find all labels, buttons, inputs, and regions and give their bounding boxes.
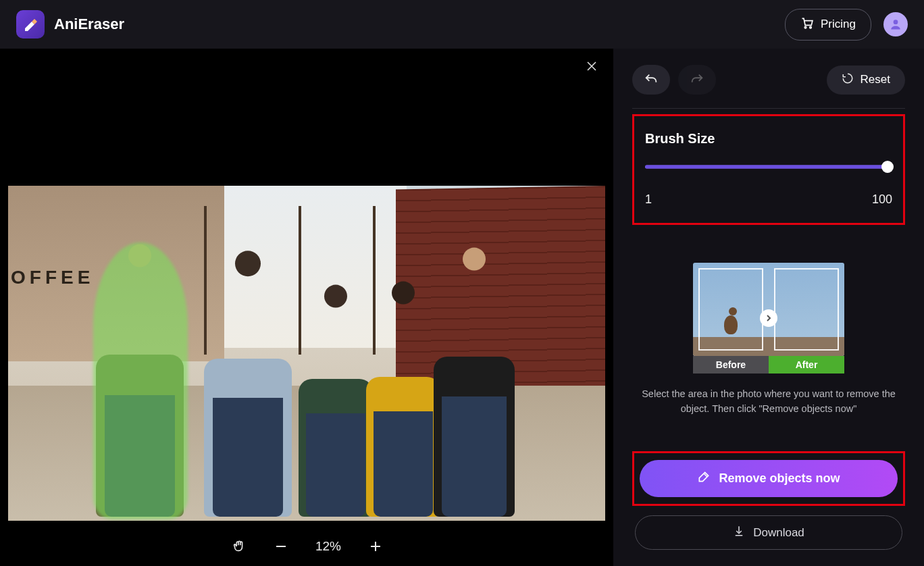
brush-size-slider[interactable] (645, 161, 892, 172)
reset-icon (842, 72, 854, 88)
example-after-label: After (769, 356, 844, 374)
svg-rect-3 (276, 546, 286, 547)
pan-hand-button[interactable] (232, 539, 247, 554)
svg-rect-5 (375, 542, 376, 551)
logo-area: AniEraser (16, 10, 124, 38)
app-header: AniEraser Pricing (0, 0, 924, 49)
arrow-right-icon (760, 309, 777, 327)
main-area: OFFEE 12% (0, 49, 924, 566)
example-block: Before After Select the area in the phot… (632, 263, 905, 417)
brush-size-panel: Brush Size 1 100 (632, 114, 905, 225)
cart-icon (800, 16, 814, 33)
undo-redo-group (632, 65, 716, 95)
photo-preview: OFFEE (8, 186, 605, 521)
slider-thumb[interactable] (881, 161, 894, 173)
zoom-percent: 12% (315, 539, 341, 554)
zoom-out-button[interactable] (275, 540, 287, 552)
brush-min-label: 1 (645, 192, 652, 207)
reset-label: Reset (861, 73, 890, 86)
sidebar-top-controls: Reset (632, 65, 905, 95)
help-text: Select the area in the photo where you w… (634, 387, 904, 417)
reset-button[interactable]: Reset (827, 66, 905, 95)
photo-person-5 (434, 250, 515, 517)
example-before-label: Before (693, 356, 769, 374)
photo-person-3 (299, 287, 373, 517)
zoom-controls: 12% (232, 539, 382, 554)
photo-person-2 (204, 253, 292, 517)
slider-labels: 1 100 (645, 192, 892, 207)
tools-sidebar: Reset Brush Size 1 100 (613, 49, 924, 566)
example-labels: Before After (693, 356, 844, 374)
svg-point-1 (810, 26, 812, 28)
app-logo-icon (16, 10, 45, 38)
svg-point-0 (804, 26, 806, 28)
header-right: Pricing (785, 9, 908, 41)
close-canvas-button[interactable] (586, 61, 597, 74)
pricing-button[interactable]: Pricing (785, 9, 871, 41)
remove-objects-button[interactable]: Remove objects now (640, 460, 898, 497)
avatar[interactable] (883, 12, 908, 36)
download-label: Download (753, 526, 804, 540)
divider (632, 108, 905, 109)
redo-button[interactable] (678, 65, 716, 95)
brush-max-label: 100 (872, 192, 892, 207)
remove-action-panel: Remove objects now (632, 451, 905, 506)
canvas-area: OFFEE 12% (0, 49, 613, 566)
brush-icon (697, 470, 711, 487)
remove-objects-label: Remove objects now (719, 471, 840, 486)
download-button[interactable]: Download (635, 515, 902, 550)
pricing-label: Pricing (821, 18, 856, 31)
zoom-in-button[interactable] (369, 540, 382, 552)
svg-point-2 (894, 20, 898, 24)
selection-mask (93, 242, 188, 519)
image-stage[interactable]: OFFEE (0, 49, 613, 566)
app-name: AniEraser (54, 16, 124, 33)
undo-button[interactable] (632, 65, 670, 95)
photo-person-4 (366, 284, 440, 517)
download-icon (733, 525, 745, 540)
photo-sign-text: OFFEE (11, 267, 94, 288)
brush-size-title: Brush Size (645, 131, 892, 147)
